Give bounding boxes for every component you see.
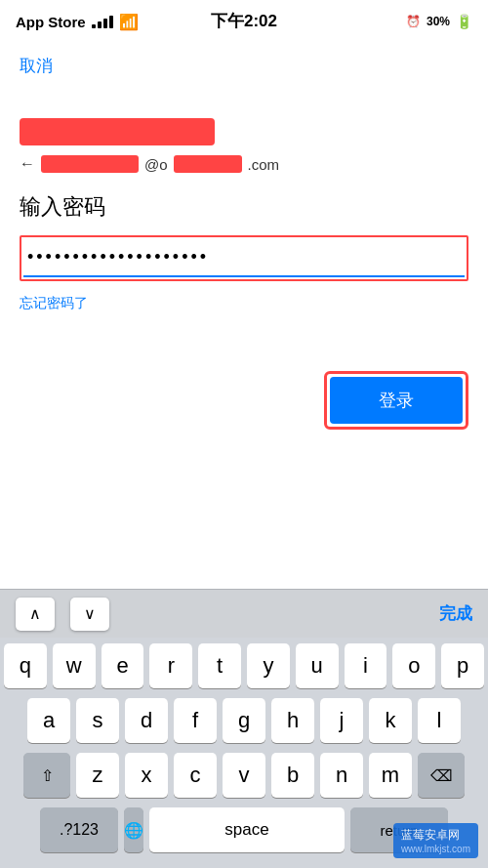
key-c[interactable]: c — [174, 753, 217, 798]
numbers-key[interactable]: .?123 — [40, 807, 118, 852]
keyboard-toolbar: ∧ ∨ 完成 — [0, 589, 488, 638]
password-label: 输入密码 — [20, 192, 468, 222]
shift-key[interactable]: ⇧ — [23, 753, 70, 798]
battery-label: 30% — [427, 15, 450, 28]
key-t[interactable]: t — [198, 643, 241, 688]
status-time: 下午2:02 — [211, 10, 277, 32]
cancel-button[interactable]: 取消 — [20, 43, 53, 89]
forgot-password-link[interactable]: 忘记密码了 — [20, 295, 88, 312]
watermark-site: 蓝莓安卓网 — [401, 828, 460, 842]
login-btn-border: 登录 — [324, 371, 468, 430]
status-right: ⏰ 30% 🔋 — [406, 14, 472, 29]
password-section: 输入密码 忘记密码了 — [20, 192, 468, 312]
key-u[interactable]: u — [296, 643, 339, 688]
key-n[interactable]: n — [320, 753, 363, 798]
keyboard-row-1: q w e r t y u i o p — [4, 643, 484, 688]
email-domain: @o — [144, 156, 168, 173]
key-g[interactable]: g — [223, 698, 265, 743]
status-bar: App Store 📶 下午2:02 ⏰ 30% 🔋 — [0, 0, 488, 43]
emoji-key[interactable]: 🌐 — [124, 807, 143, 852]
watermark: 蓝莓安卓网 www.lmkjst.com — [393, 823, 478, 858]
back-arrow-icon: ← — [20, 155, 35, 173]
battery-icon: 🔋 — [456, 14, 472, 29]
key-f[interactable]: f — [174, 698, 217, 743]
alarm-icon: ⏰ — [406, 15, 421, 28]
key-x[interactable]: x — [125, 753, 168, 798]
key-o[interactable]: o — [392, 643, 435, 688]
key-m[interactable]: m — [369, 753, 412, 798]
space-key[interactable]: space — [149, 807, 345, 852]
account-email: ← @o .com — [20, 155, 468, 173]
keyboard-row-3: ⇧ z x c v b n m ⌫ — [4, 753, 484, 798]
key-q[interactable]: q — [4, 643, 47, 688]
account-name-blurred — [20, 118, 215, 145]
key-v[interactable]: v — [223, 753, 265, 798]
key-w[interactable]: w — [53, 643, 96, 688]
main-content: 取消 ← @o .com 输入密码 忘记密码了 登录 — [0, 43, 488, 430]
key-i[interactable]: i — [345, 643, 387, 688]
key-z[interactable]: z — [76, 753, 119, 798]
toolbar-up-arrow[interactable]: ∧ — [16, 598, 55, 631]
watermark-url: www.lmkjst.com — [401, 844, 470, 854]
toolbar-down-arrow[interactable]: ∨ — [70, 598, 109, 631]
key-k[interactable]: k — [369, 698, 412, 743]
keyboard-row-2: a s d f g h j k l — [4, 698, 484, 743]
wifi-icon: 📶 — [119, 13, 139, 31]
password-input[interactable] — [23, 239, 465, 277]
status-left: App Store 📶 — [16, 13, 139, 31]
backspace-key[interactable]: ⌫ — [418, 753, 465, 798]
email-middle-blurred — [174, 155, 242, 173]
key-e[interactable]: e — [102, 643, 144, 688]
key-h[interactable]: h — [271, 698, 314, 743]
account-section: ← @o .com — [20, 118, 468, 173]
key-a[interactable]: a — [27, 698, 70, 743]
toolbar-left: ∧ ∨ — [16, 598, 109, 631]
email-suffix: .com — [248, 156, 280, 173]
key-l[interactable]: l — [418, 698, 461, 743]
app-store-label: App Store — [16, 14, 86, 30]
login-btn-wrapper: 登录 — [20, 371, 468, 430]
key-j[interactable]: j — [320, 698, 363, 743]
toolbar-done-button[interactable]: 完成 — [439, 602, 472, 625]
key-p[interactable]: p — [441, 643, 484, 688]
signal-bars-icon — [92, 16, 113, 28]
password-field-wrapper — [20, 235, 468, 281]
login-button[interactable]: 登录 — [330, 377, 463, 424]
key-d[interactable]: d — [125, 698, 168, 743]
key-b[interactable]: b — [271, 753, 314, 798]
key-r[interactable]: r — [149, 643, 192, 688]
email-prefix-blurred — [41, 155, 139, 173]
key-s[interactable]: s — [76, 698, 119, 743]
key-y[interactable]: y — [247, 643, 290, 688]
